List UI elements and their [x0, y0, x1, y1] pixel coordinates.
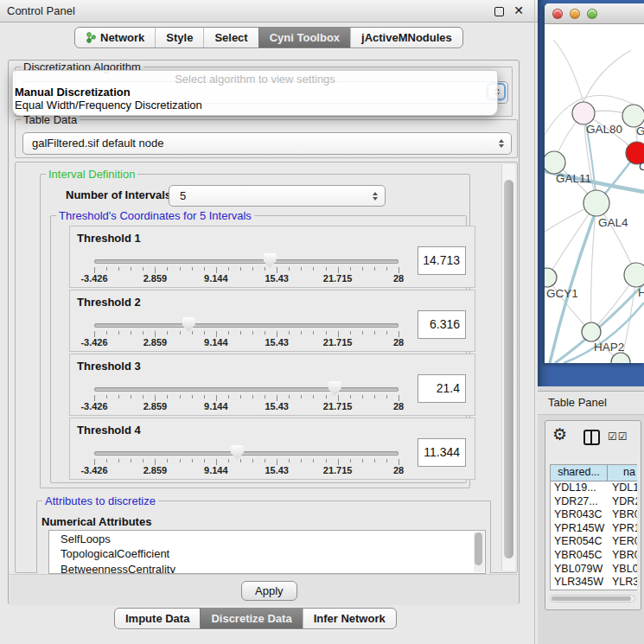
number-of-intervals-label: Number of Intervals	[66, 188, 171, 201]
network-node[interactable]	[611, 353, 630, 363]
network-node-gcy1[interactable]	[545, 268, 557, 287]
table-data-combobox[interactable]: galFiltered.sif default node	[22, 132, 512, 155]
control-panel-titlebar: Control Panel ✕	[0, 0, 538, 22]
network-node-gal4[interactable]	[583, 190, 609, 216]
tab-discretize-data[interactable]: Discretize Data	[200, 609, 302, 628]
table-row[interactable]: YIL052CYIL0	[551, 590, 637, 590]
spinner-arrows-icon	[499, 139, 504, 148]
tab-label: Impute Data	[125, 612, 189, 625]
minimize-traffic-light-icon[interactable]	[570, 9, 580, 19]
table-cell: YBR0	[608, 508, 637, 522]
tab-label: Select	[214, 31, 247, 44]
table-row[interactable]: YER054CYER0	[551, 535, 637, 549]
numerical-attributes-label: Numerical Attributes	[41, 515, 151, 528]
table-cell: YBR0	[608, 549, 637, 563]
thresholds-group-title: Threshold's Coordinates for 5 Intervals	[56, 209, 254, 222]
thresholds-group: Threshold's Coordinates for 5 Intervals	[50, 215, 467, 483]
network-node-gal11[interactable]	[545, 151, 565, 174]
table-cell: YBL0	[608, 563, 637, 577]
network-node-label: GAL80	[586, 123, 622, 136]
tab-select[interactable]: Select	[203, 28, 258, 48]
network-canvas[interactable]: GAL80GACGAL11GAL4GCY1HHAP2	[545, 24, 644, 363]
table-row[interactable]: YDL19...YDL1	[551, 481, 637, 495]
tab-jactivemnodules[interactable]: jActiveMNodules	[350, 28, 462, 48]
table-row[interactable]: YBL079WYBL0	[551, 563, 637, 577]
table-panel: ⚙ ☑☑ shared...naYDL19...YDL1YDR27...YDR2…	[545, 420, 641, 610]
table-cell: YBL079W	[551, 563, 608, 577]
table-row[interactable]: YPR145WYPR1	[551, 522, 637, 536]
table-cell: YLR3	[608, 576, 637, 590]
table-data-value: galFiltered.sif default node	[32, 137, 163, 150]
network-node-label: HAP2	[594, 341, 624, 354]
number-of-intervals-combobox[interactable]: 5	[169, 185, 386, 207]
numerical-attributes-list[interactable]: SelfLoopsTopologicalCoefficientBetweenne…	[48, 530, 486, 574]
table-row[interactable]: YBR043CYBR0	[551, 508, 637, 522]
network-icon	[86, 32, 96, 43]
panel-title: Control Panel	[7, 4, 75, 17]
close-icon[interactable]: ✕	[513, 4, 524, 16]
network-node-gal80[interactable]	[572, 102, 595, 124]
algorithm-option-1[interactable]: Equal Width/Frequency Discretization	[13, 99, 497, 112]
attribute-list-item[interactable]: SelfLoops	[61, 532, 485, 546]
network-edge[interactable]	[553, 40, 583, 102]
vertical-scrollbar[interactable]	[501, 164, 515, 571]
tab-impute-data[interactable]: Impute Data	[115, 609, 200, 628]
tab-label: Network	[100, 31, 144, 44]
network-node-h[interactable]	[624, 263, 644, 287]
horizontal-scrollbar[interactable]	[550, 595, 635, 603]
spinner-arrows-icon	[373, 192, 378, 201]
column-header-1[interactable]: shared...	[551, 465, 608, 481]
checkbox-icons[interactable]: ☑☑	[608, 430, 628, 443]
attribute-list-item[interactable]: TopologicalCoefficient	[61, 546, 485, 561]
table-cell: YIL0	[608, 590, 637, 590]
tab-infer-network[interactable]: Infer Network	[303, 609, 396, 628]
table-cell: YBR043C	[551, 508, 608, 522]
vertical-scrollbar-thumb[interactable]	[504, 180, 513, 558]
table-panel-title: Table Panel	[548, 396, 607, 409]
split-columns-icon[interactable]	[583, 430, 600, 445]
node-table[interactable]: shared...naYDL19...YDL1YDR27...YDR2YBR04…	[550, 464, 637, 590]
tab-network[interactable]: Network	[75, 28, 155, 48]
number-of-intervals-value: 5	[180, 189, 186, 202]
tab-style[interactable]: Style	[155, 28, 203, 48]
table-cell: YPR145W	[551, 522, 608, 536]
top-tabbar: NetworkStyleSelectCyni ToolboxjActiveMNo…	[74, 27, 463, 48]
network-node-hap2[interactable]	[582, 322, 601, 341]
tab-label: jActiveMNodules	[361, 31, 452, 44]
table-row[interactable]: YDR27...YDR2	[551, 495, 637, 509]
settings-scroll-group: Interval Definition Number of Intervals …	[15, 162, 518, 573]
list-scrollbar-thumb[interactable]	[475, 532, 482, 565]
network-edge[interactable]	[583, 50, 631, 102]
zoom-traffic-light-icon[interactable]	[587, 9, 597, 19]
network-window[interactable]: GAL80GACGAL11GAL4GCY1HHAP2	[545, 3, 644, 363]
app-root: Control Panel ✕ NetworkStyleSelectCyni T…	[0, 0, 644, 644]
apply-button[interactable]: Apply	[241, 581, 297, 601]
list-scrollbar[interactable]	[474, 532, 484, 572]
apply-strip: Apply	[10, 574, 518, 605]
table-cell: YDR27...	[551, 495, 608, 509]
gear-icon[interactable]: ⚙	[552, 426, 567, 443]
network-node-label: GAL4	[598, 216, 628, 229]
network-edge[interactable]	[564, 303, 644, 363]
column-header-2[interactable]: na	[608, 465, 637, 481]
network-node-label: C	[639, 160, 644, 173]
network-window-titlebar	[545, 3, 644, 24]
tab-cyni-toolbox[interactable]: Cyni Toolbox	[258, 28, 350, 48]
tab-label: Discretize Data	[211, 612, 291, 625]
algorithm-option-0[interactable]: Manual Discretization	[13, 86, 497, 99]
table-cell: YBR045C	[551, 549, 608, 563]
table-row[interactable]: YBR045CYBR0	[551, 549, 637, 563]
horizontal-scrollbar-thumb[interactable]	[552, 596, 631, 601]
attribute-list-item[interactable]: BetweennessCentrality	[61, 562, 485, 574]
tab-label: Style	[166, 31, 193, 44]
close-traffic-light-icon[interactable]	[552, 9, 563, 19]
table-data-group: Table Data galFiltered.sif default node	[15, 119, 518, 158]
table-row[interactable]: YLR345WYLR3	[551, 576, 637, 590]
network-node-label: H	[638, 286, 644, 299]
float-window-icon[interactable]	[494, 7, 504, 16]
panel-divider	[534, 0, 535, 644]
table-cell: YDR2	[608, 495, 637, 509]
tab-label: Cyni Toolbox	[270, 31, 340, 44]
network-node-label: GAL11	[556, 172, 591, 185]
table-cell: YLR345W	[551, 576, 608, 590]
